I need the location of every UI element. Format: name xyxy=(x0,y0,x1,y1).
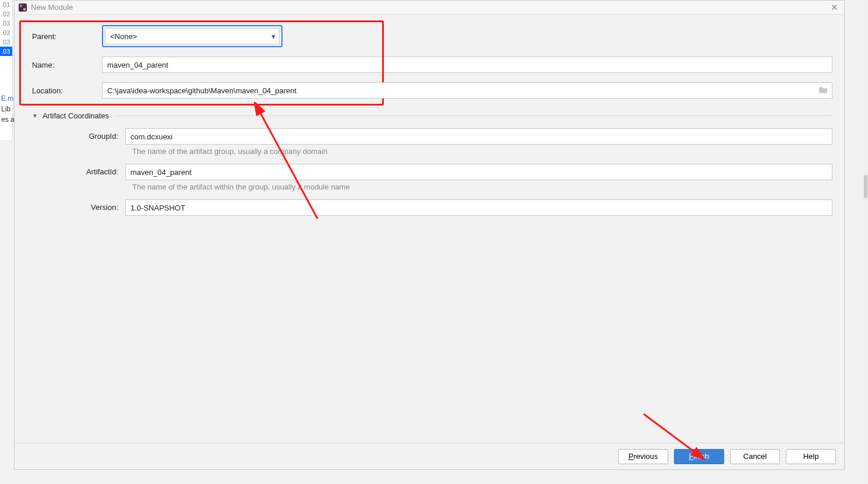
parent-row: Parent: <None> ▾ xyxy=(32,25,832,47)
version-label: Version: xyxy=(55,199,125,216)
svg-rect-2 xyxy=(23,8,26,10)
parent-combo[interactable]: <None> ▾ xyxy=(105,28,280,44)
artifactid-label: ArtifactId: xyxy=(55,164,125,180)
dialog-footer: Previous Finish Cancel Help xyxy=(15,443,844,469)
gutter-line: .01 xyxy=(0,0,12,9)
artifact-section-header[interactable]: ▼ Artifact Coordinates xyxy=(32,111,832,120)
artifact-section: GroupId: The name of the artifact group,… xyxy=(32,128,832,216)
name-row: Name: xyxy=(32,57,832,73)
folder-icon[interactable] xyxy=(818,86,828,96)
name-input[interactable] xyxy=(102,57,832,73)
groupid-help: The name of the artifact group, usually … xyxy=(132,147,832,156)
dialog-title: New Module xyxy=(31,3,828,12)
previous-button[interactable]: Previous xyxy=(618,449,668,464)
version-input[interactable] xyxy=(125,199,832,216)
gutter-line: .03 xyxy=(0,19,12,28)
app-icon xyxy=(18,3,27,12)
svg-rect-1 xyxy=(20,5,22,7)
scrollbar[interactable] xyxy=(863,0,868,484)
artifactid-input[interactable] xyxy=(125,164,832,180)
groupid-row: GroupId: xyxy=(55,128,832,145)
project-tree-fragment: E.m Lib es a xyxy=(0,93,15,125)
location-row: Location: xyxy=(32,82,832,99)
parent-combo-value: <None> xyxy=(110,32,137,41)
location-input[interactable] xyxy=(102,82,832,99)
groupid-label: GroupId: xyxy=(55,128,125,145)
cancel-button[interactable]: Cancel xyxy=(730,449,780,464)
gutter-line: .03 xyxy=(0,37,12,47)
artifactid-help: The name of the artifact within the grou… xyxy=(132,183,832,191)
tree-item: Lib xyxy=(0,104,15,114)
parent-combo-focus-ring: <None> ▾ xyxy=(102,25,283,47)
version-row: Version: xyxy=(55,199,832,216)
gutter-line: .02 xyxy=(0,9,12,19)
gutter-line: .03 xyxy=(0,28,12,37)
finish-button[interactable]: Finish xyxy=(674,449,724,464)
help-button[interactable]: Help xyxy=(786,449,836,464)
section-divider xyxy=(115,115,832,116)
groupid-input[interactable] xyxy=(125,128,832,145)
tree-item: es a xyxy=(0,114,15,125)
tree-item: E.m xyxy=(0,93,15,104)
titlebar[interactable]: New Module ✕ xyxy=(15,1,844,15)
name-label: Name: xyxy=(32,61,102,69)
chevron-down-icon: ▾ xyxy=(271,32,276,41)
parent-label: Parent: xyxy=(32,32,102,41)
artifactid-row: ArtifactId: xyxy=(55,164,832,180)
location-label: Location: xyxy=(32,86,102,95)
scrollbar-thumb[interactable] xyxy=(864,175,867,198)
close-icon[interactable]: ✕ xyxy=(828,2,841,13)
dialog-body: Parent: <None> ▾ Name: Location: xyxy=(15,15,844,443)
chevron-down-icon: ▼ xyxy=(32,113,38,119)
new-module-dialog: New Module ✕ Parent: <None> ▾ Name: xyxy=(14,0,845,470)
workspace: .01 .02 .03 .03 .03 .03 E.m Lib es a New… xyxy=(0,0,868,484)
artifact-section-title: Artifact Coordinates xyxy=(43,111,109,120)
gutter-line-selected: .03 xyxy=(0,47,12,56)
